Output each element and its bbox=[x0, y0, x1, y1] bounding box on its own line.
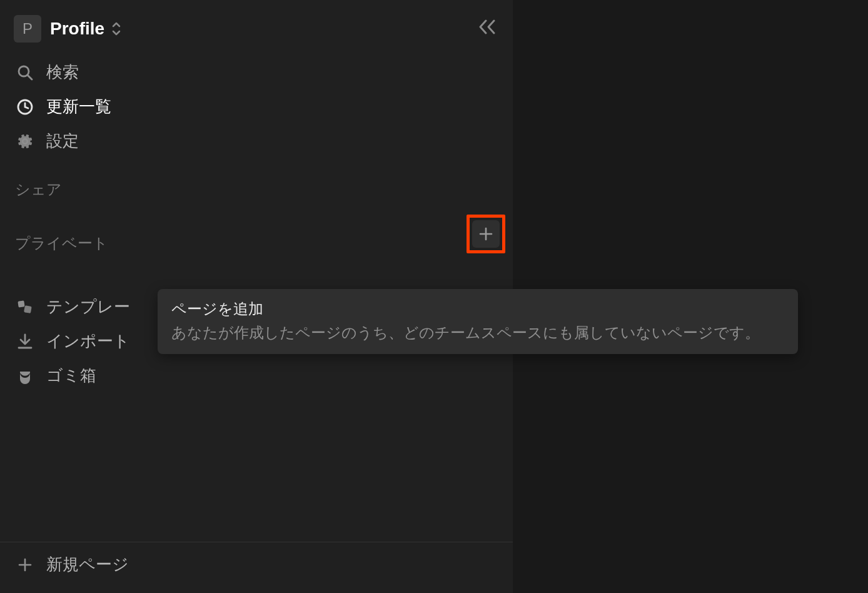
chevron-up-down-icon bbox=[111, 21, 122, 36]
nav-trash-label: ゴミ箱 bbox=[46, 365, 96, 387]
section-private-label: プライベート bbox=[15, 233, 108, 253]
tooltip-title: ページを追加 bbox=[171, 299, 784, 319]
nav-settings[interactable]: 設定 bbox=[6, 124, 507, 158]
nav-search-label: 検索 bbox=[46, 61, 79, 83]
nav-updates[interactable]: 更新一覧 bbox=[6, 89, 507, 124]
workspace-avatar: P bbox=[14, 15, 41, 43]
plus-icon bbox=[479, 227, 493, 241]
svg-rect-6 bbox=[24, 305, 32, 313]
new-page-label: 新規ページ bbox=[46, 554, 129, 575]
nav-search[interactable]: 検索 bbox=[6, 55, 507, 89]
svg-line-1 bbox=[28, 75, 32, 79]
nav-trash[interactable]: ゴミ箱 bbox=[6, 358, 507, 393]
add-page-button[interactable] bbox=[472, 220, 500, 248]
highlight-annotation bbox=[467, 215, 505, 253]
nav-templates-label: テンプレー bbox=[46, 296, 130, 318]
tooltip-description: あなたが作成したページのうち、どのチームスペースにも属していないページです。 bbox=[171, 323, 784, 343]
chevron-double-left-icon bbox=[477, 18, 498, 36]
workspace-name: Profile bbox=[50, 19, 104, 39]
section-private-header[interactable]: プライベート bbox=[0, 207, 513, 261]
tooltip-add-page: ページを追加 あなたが作成したページのうち、どのチームスペースにも属していないペ… bbox=[158, 289, 798, 354]
gear-icon bbox=[15, 131, 35, 151]
workspace-avatar-letter: P bbox=[23, 20, 33, 38]
download-icon bbox=[15, 332, 35, 352]
svg-rect-5 bbox=[18, 300, 24, 307]
section-share-header[interactable]: シェア bbox=[0, 162, 513, 207]
nav-updates-label: 更新一覧 bbox=[46, 96, 111, 118]
search-icon bbox=[15, 63, 35, 83]
clock-icon bbox=[15, 97, 35, 117]
nav-settings-label: 設定 bbox=[46, 130, 79, 152]
new-page-button[interactable]: 新規ページ bbox=[0, 542, 513, 593]
collapse-sidebar-button[interactable] bbox=[477, 18, 498, 36]
section-share-label: シェア bbox=[15, 180, 62, 200]
plus-icon bbox=[15, 555, 35, 575]
templates-icon bbox=[15, 297, 35, 317]
workspace-switcher[interactable]: P Profile bbox=[0, 0, 513, 51]
nav-import-label: インポート bbox=[46, 330, 130, 352]
nav-primary: 検索 更新一覧 設定 bbox=[0, 51, 513, 162]
trash-icon bbox=[15, 366, 35, 386]
